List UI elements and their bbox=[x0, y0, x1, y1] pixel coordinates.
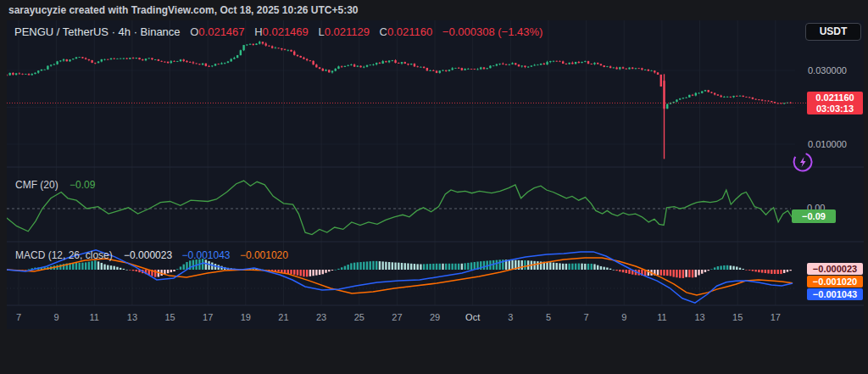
time-tick-label: 11 bbox=[649, 312, 675, 322]
cmf-line bbox=[7, 181, 793, 234]
macd-signal-line bbox=[7, 258, 793, 295]
time-tick-label: 29 bbox=[422, 312, 448, 322]
macd-name: MACD bbox=[15, 249, 45, 261]
time-tick-label: 11 bbox=[81, 312, 107, 322]
macd-indicator-header[interactable]: MACD (12, 26, close) −0.000023 −0.001043… bbox=[15, 249, 288, 261]
symbol-title[interactable]: PENGU / TetherUS · 4h · Binance bbox=[14, 25, 181, 38]
time-tick-label: 27 bbox=[384, 312, 409, 322]
time-tick-label: 25 bbox=[347, 312, 372, 322]
macd-line-value: −0.001043 bbox=[181, 249, 230, 261]
time-tick-label: 3 bbox=[498, 312, 523, 322]
tradingview-snapshot: sarayucyzie created with TradingView.com… bbox=[0, 0, 868, 374]
cmf-current-value: −0.09 bbox=[70, 179, 95, 191]
time-tick-label: 23 bbox=[309, 312, 334, 322]
right-margin bbox=[864, 20, 868, 329]
time-tick-label: 9 bbox=[44, 312, 70, 322]
macd-line-badge: −0.001043 bbox=[807, 288, 863, 300]
macd-hist-badge: −0.000023 bbox=[807, 263, 863, 275]
high-value: 0.021469 bbox=[263, 25, 309, 38]
time-tick-label: 15 bbox=[158, 312, 183, 322]
cmf-params: (20) bbox=[40, 179, 58, 191]
time-tick-label: 21 bbox=[270, 312, 296, 322]
cmf-value-badge: −0.09 bbox=[792, 209, 836, 223]
candle-countdown: 03:03:13 bbox=[807, 103, 863, 114]
change-value: −0.000308 (−1.43%) bbox=[442, 25, 543, 38]
cmf-name: CMF bbox=[15, 179, 37, 191]
currency-toggle-button[interactable]: USDT bbox=[805, 23, 861, 41]
time-tick-label: 17 bbox=[763, 312, 788, 322]
macd-signal-value: −0.001020 bbox=[240, 249, 288, 261]
last-price-value: 0.021160 bbox=[807, 92, 863, 103]
close-label: C bbox=[380, 25, 387, 38]
high-label: H bbox=[254, 25, 262, 38]
symbol-legend-row[interactable]: PENGU / TetherUS · 4h · Binance O0.02146… bbox=[14, 25, 542, 38]
footer bbox=[0, 329, 868, 374]
price-axis-label-low: 0.010000 bbox=[808, 139, 847, 149]
time-axis[interactable]: 7911131517192123252729Oct357911131517 bbox=[0, 307, 868, 329]
open-value: 0.021467 bbox=[198, 25, 244, 38]
attribution-text: sarayucyzie created with TradingView.com… bbox=[8, 4, 359, 16]
time-tick-label: 7 bbox=[6, 312, 31, 322]
macd-hist-value: −0.000023 bbox=[124, 249, 172, 261]
cmf-indicator-header[interactable]: CMF (20) −0.09 bbox=[15, 179, 95, 191]
time-tick-label: 15 bbox=[725, 312, 750, 322]
left-margin bbox=[0, 20, 7, 329]
time-tick-label: 13 bbox=[687, 312, 713, 322]
time-tick-label: Oct bbox=[460, 312, 486, 322]
time-tick-label: 13 bbox=[120, 312, 145, 322]
time-tick-label: 5 bbox=[536, 312, 561, 322]
close-value: 0.021160 bbox=[387, 25, 432, 38]
candles-layer bbox=[6, 41, 792, 159]
time-tick-label: 17 bbox=[195, 312, 220, 322]
last-price-badge: 0.021160 03:03:13 bbox=[807, 92, 863, 114]
price-axis-label-high: 0.030000 bbox=[808, 65, 847, 75]
open-label: O bbox=[190, 25, 198, 38]
macd-params: (12, 26, close) bbox=[48, 249, 113, 261]
low-value: 0.021129 bbox=[325, 25, 370, 38]
macd-signal-badge: −0.001020 bbox=[807, 276, 863, 287]
flash-icon bbox=[792, 151, 815, 174]
low-label: L bbox=[318, 25, 324, 38]
time-tick-label: 19 bbox=[233, 312, 259, 322]
time-tick-label: 9 bbox=[611, 312, 637, 322]
time-tick-label: 7 bbox=[574, 312, 599, 322]
